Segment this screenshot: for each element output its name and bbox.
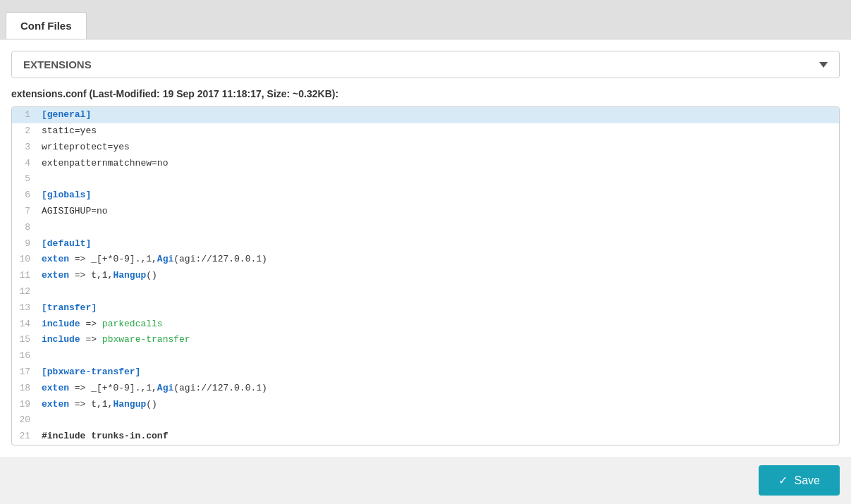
line-content (37, 284, 839, 300)
line-content: extenpatternmatchnew=no (37, 156, 839, 172)
save-button[interactable]: ✓ Save (759, 465, 840, 496)
line-number: 14 (12, 316, 37, 333)
code-table: 1[general]2static=yes3writeprotect=yes4e… (12, 107, 839, 445)
line-number: 9 (12, 236, 37, 252)
line-content: exten => _[+*0-9].,1,Agi(agi://127.0.0.1… (37, 252, 839, 268)
line-content: #include trunks-in.conf (37, 429, 839, 445)
line-content: static=yes (37, 123, 839, 140)
line-number: 16 (12, 348, 37, 364)
line-number: 11 (12, 268, 37, 284)
line-content: AGISIGHUP=no (37, 204, 839, 220)
line-number: 4 (12, 156, 37, 172)
line-number: 2 (12, 123, 37, 140)
line-content: exten => t,1,Hangup() (37, 397, 839, 413)
line-content (37, 412, 839, 429)
line-content (37, 220, 839, 236)
line-content (37, 348, 839, 364)
line-content: [globals] (37, 188, 839, 204)
line-number: 18 (12, 381, 37, 397)
app-container: Conf Files EXTENSIONS extensions.conf (L… (0, 0, 851, 504)
line-number: 8 (12, 220, 37, 236)
line-content (37, 171, 839, 188)
line-number: 13 (12, 300, 37, 316)
line-number: 6 (12, 188, 37, 204)
file-select[interactable]: EXTENSIONS (11, 51, 840, 78)
line-number: 1 (12, 107, 37, 123)
line-number: 15 (12, 332, 37, 348)
main-content: EXTENSIONS extensions.conf (Last-Modifie… (0, 39, 851, 457)
line-number: 10 (12, 252, 37, 268)
footer: ✓ Save (0, 457, 851, 504)
line-content: include => parkedcalls (37, 316, 839, 333)
line-content: [transfer] (37, 300, 839, 316)
line-number: 5 (12, 171, 37, 188)
line-content: writeprotect=yes (37, 140, 839, 156)
line-number: 21 (12, 429, 37, 445)
line-number: 7 (12, 204, 37, 220)
save-label: Save (795, 474, 820, 487)
line-number: 12 (12, 284, 37, 300)
check-icon: ✓ (778, 474, 788, 487)
line-content: exten => t,1,Hangup() (37, 268, 839, 284)
line-content: [pbxware-transfer] (37, 364, 839, 381)
file-info: extensions.conf (Last-Modified: 19 Sep 2… (11, 88, 840, 99)
code-editor[interactable]: 1[general]2static=yes3writeprotect=yes4e… (11, 106, 840, 445)
line-content: include => pbxware-transfer (37, 332, 839, 348)
line-number: 17 (12, 364, 37, 381)
line-number: 20 (12, 412, 37, 429)
line-number: 3 (12, 140, 37, 156)
line-content: [default] (37, 236, 839, 252)
line-content: [general] (37, 107, 839, 123)
line-number: 19 (12, 397, 37, 413)
tab-bar: Conf Files (0, 0, 851, 39)
line-content: exten => _[+*0-9].,1,Agi(agi://127.0.0.1… (37, 381, 839, 397)
tab-conf-files[interactable]: Conf Files (6, 12, 87, 39)
dropdown-container: EXTENSIONS (11, 51, 840, 78)
